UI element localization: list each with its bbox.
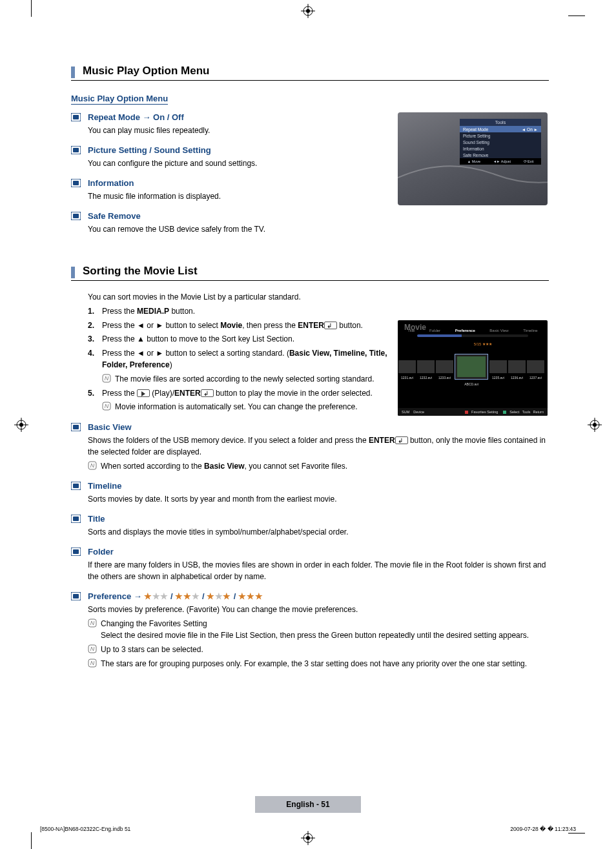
crop-mark xyxy=(568,15,585,16)
bullet-square-icon xyxy=(71,514,81,522)
svg-rect-29 xyxy=(73,425,79,429)
svg-text:N: N xyxy=(105,403,109,409)
registration-mark-icon xyxy=(588,418,602,432)
star-rating: 5/15 ★★★ xyxy=(474,342,492,346)
section-header: Music Play Option Menu xyxy=(71,65,549,81)
svg-text:N: N xyxy=(90,620,95,626)
svg-rect-21 xyxy=(73,181,79,185)
registration-mark-icon xyxy=(301,4,315,18)
svg-rect-23 xyxy=(73,214,79,218)
section-bar-icon xyxy=(71,267,75,278)
progress-bar xyxy=(417,334,528,337)
svg-text:N: N xyxy=(90,660,95,666)
option-desc: Sorts movies by date. It sorts by year a… xyxy=(88,493,549,505)
tools-row-selected: Repeat Mode◄ On ► xyxy=(460,126,541,132)
note-icon: N xyxy=(102,374,111,383)
bullet-square-icon xyxy=(71,145,81,154)
tools-row: Information xyxy=(460,145,541,152)
svg-rect-39 xyxy=(73,594,79,598)
enter-icon xyxy=(324,322,337,329)
registration-mark-icon xyxy=(301,831,315,845)
step-5: 5.Press the (Play)/ENTER button to play … xyxy=(88,387,394,413)
tabs: Title Folder Preference Basic View Timel… xyxy=(398,320,548,334)
step-2: 2.Press the ◄ or ► button to select Movi… xyxy=(88,320,394,332)
tools-row: Picture Setting xyxy=(460,132,541,139)
note-icon: N xyxy=(88,461,97,470)
section-header: Sorting the Movie List xyxy=(71,265,549,281)
bullet-square-icon xyxy=(71,112,81,121)
svg-rect-33 xyxy=(73,484,79,488)
bullet-square-icon xyxy=(71,178,81,187)
screenshot-tools-menu: Tools Repeat Mode◄ On ► Picture Setting … xyxy=(398,112,548,205)
bullet-square-icon xyxy=(71,211,81,220)
svg-text:N: N xyxy=(105,375,109,382)
option-title: Title xyxy=(88,514,549,524)
enter-icon xyxy=(395,436,408,444)
option-title: Basic View xyxy=(88,422,549,432)
bullet-square-icon xyxy=(71,481,81,489)
option-desc: Sorts movies by preference. (Favorite) Y… xyxy=(88,604,549,615)
option-desc: Shows the folders of the USB memory devi… xyxy=(88,435,549,458)
option-note: NUp to 3 stars can be selected. xyxy=(88,644,549,655)
crop-mark xyxy=(31,0,32,17)
option-safe-remove: Safe Remove You can remove the USB devic… xyxy=(71,211,549,235)
section-heading: Sorting the Movie List xyxy=(83,265,198,280)
option-desc: You can remove the USB device safely fro… xyxy=(88,223,549,235)
option-title: Safe Remove xyxy=(88,211,549,221)
option-title-sort: Title Sorts and displays the movie title… xyxy=(71,514,549,538)
intro-text: You can sort movies in the Movie List by… xyxy=(88,292,394,302)
svg-rect-17 xyxy=(73,115,79,119)
option-folder: Folder If there are many folders in USB,… xyxy=(71,547,549,582)
option-title: Preference → ★★★ / ★★★ / ★★★ / ★★★ xyxy=(88,591,549,601)
tools-title: Tools xyxy=(460,119,541,126)
option-desc: Sorts and displays the movie titles in s… xyxy=(88,526,549,538)
registration-mark-icon xyxy=(14,418,28,432)
option-preference: Preference → ★★★ / ★★★ / ★★★ / ★★★ Sorts… xyxy=(71,591,549,670)
step-3: 3.Press the ▲ button to move to the Sort… xyxy=(88,333,394,345)
note-icon: N xyxy=(88,619,97,628)
meta-timestamp: 2009-07-28 � � 11:23:43 xyxy=(510,826,576,832)
enter-icon xyxy=(201,389,214,397)
option-desc: If there are many folders in USB, the mo… xyxy=(88,559,549,582)
screenshot-movie-list: Movie Title Folder Preference Basic View… xyxy=(398,320,548,416)
svg-text:N: N xyxy=(90,646,95,652)
svg-text:N: N xyxy=(90,462,95,469)
option-note: NThe stars are for grouping purposes onl… xyxy=(88,658,549,670)
note-icon: N xyxy=(88,659,97,668)
page-number-footer: English - 51 xyxy=(0,796,616,813)
play-icon xyxy=(137,389,150,397)
option-note: NChanging the Favorites SettingSelect th… xyxy=(88,618,549,641)
section-bar-icon xyxy=(71,66,75,78)
note-icon: N xyxy=(88,644,97,653)
tools-row: Safe Remove xyxy=(460,152,541,158)
step-4: 4.Press the ◄ or ► button to select a so… xyxy=(88,347,394,385)
bullet-square-icon xyxy=(71,547,81,555)
option-title: Timeline xyxy=(88,481,549,491)
tools-footer: ▲ Move◄► Adjust⟳ Exit xyxy=(460,158,541,165)
option-note: NWhen sorted according to the Basic View… xyxy=(88,460,549,472)
option-title: Folder xyxy=(88,547,549,557)
svg-rect-35 xyxy=(73,517,79,521)
print-meta: [8500-NA]BN68-02322C-Eng.indb 51 2009-07… xyxy=(40,826,576,832)
document-page: Music Play Option Menu Music Play Option… xyxy=(0,0,616,849)
thumbnail-strip: 1231.avi 1232.avi 1233.avi ABCD.avi 1235… xyxy=(398,349,548,384)
svg-rect-19 xyxy=(73,148,79,152)
section-heading: Music Play Option Menu xyxy=(83,65,209,80)
bullet-square-icon xyxy=(71,422,81,431)
option-timeline: Timeline Sorts movies by date. It sorts … xyxy=(71,481,549,505)
section-subheading: Music Play Option Menu xyxy=(71,94,168,105)
steps-list: 1.Press the MEDIA.P button. 2.Press the … xyxy=(88,305,394,413)
crop-mark xyxy=(568,833,585,834)
bullet-square-icon xyxy=(71,591,81,600)
note-icon: N xyxy=(102,402,111,411)
svg-rect-37 xyxy=(73,549,79,554)
crop-mark xyxy=(31,832,32,849)
page-number: English - 51 xyxy=(255,796,360,813)
footer-bar: SUMDevice Favorites SettingSelectToolsRe… xyxy=(398,408,548,416)
option-basic-view: Basic View Shows the folders of the USB … xyxy=(71,422,549,472)
meta-filename: [8500-NA]BN68-02322C-Eng.indb 51 xyxy=(40,826,130,832)
step-1: 1.Press the MEDIA.P button. xyxy=(88,305,394,318)
tools-row: Sound Setting xyxy=(460,139,541,145)
